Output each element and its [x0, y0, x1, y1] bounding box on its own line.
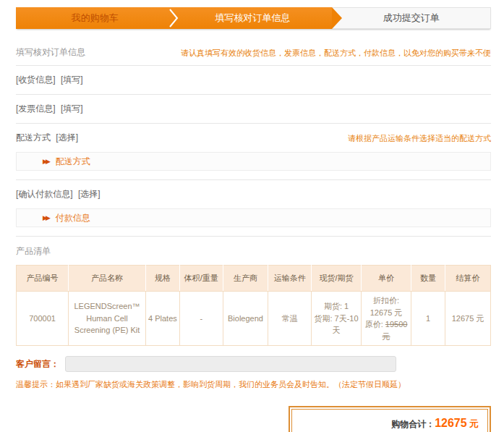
shipping-info-row: [收货信息] [填写]: [16, 66, 491, 94]
col-total: 结算价: [445, 266, 491, 292]
col-unit-price: 单价: [362, 266, 411, 292]
payment-info-row: [确认付款信息] [选择]: [16, 180, 491, 208]
cell-transport: 常温: [268, 292, 312, 346]
arrow-separator-icon: [332, 7, 342, 29]
col-manufacturer: 生产商: [223, 266, 268, 292]
invoice-info-row: [发票信息] [填写]: [16, 95, 491, 123]
step-submit-success[interactable]: 成功提交订单: [332, 7, 491, 29]
cell-stock: 期货: 1 货期: 7天-10天: [311, 292, 361, 346]
delivery-method-panel[interactable]: ▶▶ 配送方式: [16, 152, 491, 171]
step-label: 我的购物车: [72, 12, 119, 25]
order-summary-wrap: 购物合计：12675 元 运费：0 元 您需支付：12675 元 最终实付金额以…: [16, 406, 491, 432]
remark-label: 客户留言：: [16, 358, 59, 370]
delivery-panel-label: 配送方式: [56, 156, 90, 168]
invoice-info-label: [发票信息]: [16, 103, 56, 114]
cell-spec: 4 Plates: [145, 292, 179, 346]
shipping-fill-link[interactable]: [填写]: [61, 75, 83, 85]
subtotal-row: 购物合计：12675 元: [301, 415, 479, 432]
order-summary-box: 购物合计：12675 元 运费：0 元 您需支付：12675 元 最终实付金额以…: [289, 406, 491, 432]
double-arrow-icon: ▶▶: [43, 158, 48, 165]
col-qty: 数量: [411, 266, 445, 292]
payment-panel-label: 付款信息: [56, 212, 90, 224]
table-row: 700001 LEGENDScreen™ Human Cell Screenin…: [17, 292, 491, 346]
payment-info-label: [确认付款信息]: [16, 189, 73, 199]
cell-volume: -: [179, 292, 223, 346]
checkout-steps: 我的购物车 填写核对订单信息 成功提交订单: [16, 7, 491, 29]
subtotal-value: 12675: [435, 417, 467, 429]
product-table-header-row: 产品编号 产品名称 规格 体积/重量 生产商 运输条件 现货/期货 单价 数量 …: [17, 266, 491, 292]
invoice-fill-link[interactable]: [填写]: [61, 103, 83, 114]
customer-remark-row: 客户留言：: [16, 356, 491, 372]
product-table: 产品编号 产品名称 规格 体积/重量 生产商 运输条件 现货/期货 单价 数量 …: [16, 265, 491, 346]
col-product-code: 产品编号: [17, 266, 69, 292]
shipping-info-label: [收货信息]: [16, 75, 56, 85]
delivery-method-row: 配送方式 [选择] 请根据产品运输条件选择适当的配送方式: [16, 124, 491, 152]
page-title: 填写核对订单信息: [16, 46, 85, 59]
step-label: 成功提交订单: [383, 12, 440, 25]
subtotal-label: 购物合计：: [391, 419, 435, 429]
chevron-divider-icon: [169, 9, 179, 30]
cell-qty: 1: [411, 292, 445, 346]
warm-tip: 温馨提示：如果遇到厂家缺货或海关政策调整，影响到货周期，我们的业务员会及时告知。…: [16, 379, 491, 390]
step-my-cart[interactable]: 我的购物车: [16, 7, 174, 29]
cell-manufacturer: Biolegend: [223, 292, 268, 346]
delivery-select-link[interactable]: [选择]: [56, 132, 78, 143]
cell-total: 12675 元: [445, 292, 491, 346]
payment-info-panel[interactable]: ▶▶ 付款信息: [16, 208, 491, 227]
step-label: 填写核对订单信息: [215, 12, 290, 25]
col-transport: 运输条件: [268, 266, 312, 292]
page-hint: 请认真填写有效的收货信息，发票信息，配送方式，付款信息，以免对您的购买带来不便: [181, 48, 491, 59]
payment-select-link[interactable]: [选择]: [78, 189, 101, 199]
col-product-name: 产品名称: [69, 266, 146, 292]
step-fill-order-info[interactable]: 填写核对订单信息: [174, 7, 331, 29]
col-spec: 规格: [145, 266, 179, 292]
cell-product-code: 700001: [17, 292, 69, 346]
delivery-method-label: 配送方式: [16, 132, 51, 143]
page-title-row: 填写核对订单信息 请认真填写有效的收货信息，发票信息，配送方式，付款信息，以免对…: [16, 29, 491, 65]
double-arrow-icon: ▶▶: [43, 215, 48, 221]
col-stock: 现货/期货: [311, 266, 361, 292]
cell-unit-price: 折扣价: 12675 元 原价: 19500 元: [362, 292, 411, 346]
delivery-hint: 请根据产品运输条件选择适当的配送方式: [348, 133, 491, 144]
cell-product-name[interactable]: LEGENDScreen™ Human Cell Screening (PE) …: [69, 292, 146, 346]
col-volume-weight: 体积/重量: [179, 266, 223, 292]
remark-input[interactable]: [65, 356, 396, 372]
product-list-title: 产品清单: [16, 237, 491, 265]
